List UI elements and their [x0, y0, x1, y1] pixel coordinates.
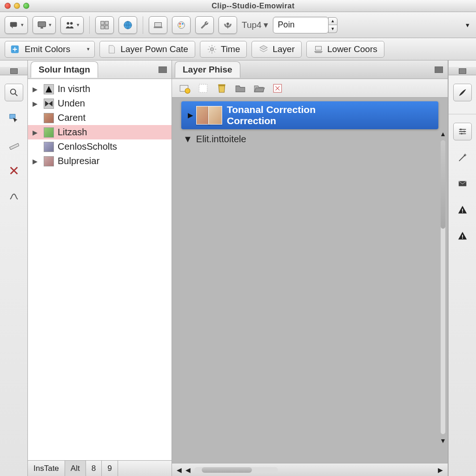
tree-node-selected[interactable]: ▶Litzash — [28, 125, 172, 139]
mail-tool[interactable] — [453, 175, 472, 192]
time-label: Time — [221, 44, 240, 54]
close-icon[interactable] — [5, 3, 11, 9]
disclosure-icon[interactable]: ▶ — [33, 129, 40, 136]
tup-dropdown[interactable]: Tup4▾ — [242, 20, 268, 30]
tree-node[interactable]: ▶Bulpresiar — [28, 154, 172, 168]
people-icon — [65, 20, 75, 30]
tup-label: Tup4 — [242, 20, 262, 30]
tool-palette-button[interactable] — [172, 16, 191, 34]
sliders-tool[interactable] — [453, 123, 472, 140]
svg-rect-33 — [462, 212, 463, 213]
bottom-tab[interactable]: 9 — [102, 461, 118, 476]
horizontal-scrollbar[interactable]: ◀ ◀ ▶ — [172, 463, 448, 476]
layer-phise-tab[interactable]: Layer Phise — [175, 61, 240, 78]
cross-tool[interactable] — [5, 162, 23, 179]
toolbar-overflow-icon[interactable]: ▾ — [466, 21, 469, 29]
tool-globe-button[interactable] — [119, 16, 137, 34]
solur-tab[interactable]: Solur Intagn — [31, 61, 98, 78]
tree-node[interactable]: ▶Unden — [28, 96, 172, 111]
dock-indicator-icon — [459, 68, 466, 74]
scroll-track[interactable] — [441, 140, 445, 434]
layer-panel: Layer Phise ▶ Tonanal Correction Correct… — [172, 60, 448, 476]
vertical-scrollbar[interactable]: ▲ ▼ — [439, 130, 447, 444]
ruler-icon — [9, 139, 19, 150]
panel-menu-icon[interactable] — [159, 66, 167, 73]
tool-chat-button[interactable]: ▾ — [5, 16, 28, 34]
scroll-left2-icon[interactable]: ◀ — [185, 466, 191, 474]
new-layer-button[interactable] — [178, 83, 191, 94]
magnify-tool[interactable] — [5, 84, 23, 101]
svg-rect-35 — [462, 238, 463, 239]
time-tab[interactable]: Time — [200, 41, 247, 58]
warning-icon — [457, 205, 468, 215]
tree-node[interactable]: ▶In visrth — [28, 82, 172, 96]
tool-device-button[interactable] — [149, 16, 167, 34]
right-tool-strip — [448, 60, 476, 476]
step-up-icon[interactable]: ▲ — [328, 17, 337, 25]
svg-rect-21 — [9, 114, 15, 119]
brush-tool[interactable] — [453, 84, 472, 101]
wand-tool[interactable] — [453, 149, 472, 166]
lower-coors-tab[interactable]: Lower Coors — [306, 41, 384, 58]
folder-button[interactable] — [234, 83, 246, 94]
bottom-tab[interactable]: 8 — [86, 461, 102, 476]
bottom-tab[interactable]: InsTate — [28, 461, 65, 476]
fx-button[interactable] — [271, 83, 284, 94]
point-input[interactable]: Poin — [273, 17, 329, 33]
solur-panel-header: Solur Intagn — [28, 60, 172, 79]
monitor-icon — [37, 20, 47, 30]
step-down-icon[interactable]: ▼ — [328, 25, 337, 33]
scroll-down-icon[interactable]: ▼ — [440, 437, 446, 444]
warning-tool[interactable] — [453, 201, 472, 218]
point-stepper[interactable]: ▲▼ — [328, 17, 337, 33]
hscroll-thumb[interactable] — [202, 467, 252, 473]
hscroll-track[interactable] — [194, 467, 278, 473]
layer-icon — [258, 44, 269, 54]
thumb-icon — [44, 156, 54, 166]
svg-point-24 — [185, 88, 190, 93]
toolbar-primary: ▾ ▾ ▾ Tup4▾ Poin ▲▼ ▾ — [0, 12, 476, 38]
disclosure-open-icon[interactable]: ▼ — [183, 134, 192, 145]
tool-grid-button[interactable] — [95, 16, 114, 34]
tool-display-button[interactable]: ▾ — [33, 16, 56, 34]
layer-group-row[interactable]: ▼ Elit.inttoitele — [172, 129, 448, 149]
disclosure-icon[interactable]: ▶ — [33, 100, 40, 107]
tree-label: Bulpresiar — [58, 156, 99, 166]
ruler-tool[interactable] — [5, 136, 23, 153]
scroll-right-icon[interactable]: ▶ — [438, 466, 443, 474]
delete-layer-button[interactable] — [216, 83, 228, 94]
traffic-lights — [5, 3, 29, 9]
scroll-left-icon[interactable]: ◀ — [177, 466, 182, 474]
thumb-icon — [44, 127, 54, 138]
tree-node[interactable]: CenlosScholts — [28, 139, 172, 154]
svg-rect-11 — [154, 26, 162, 28]
layer-tab[interactable]: Layer — [251, 41, 302, 58]
tree-node[interactable]: Carent — [28, 111, 172, 125]
folder-open-button[interactable] — [253, 83, 265, 94]
scroll-up-icon[interactable]: ▲ — [440, 130, 446, 138]
laptop-icon — [313, 44, 324, 54]
bottom-tab[interactable]: Alt — [65, 461, 86, 476]
tool-wrench-button[interactable] — [195, 16, 214, 34]
tool-mic-button[interactable] — [218, 16, 237, 34]
warning2-tool[interactable] — [453, 227, 472, 245]
disclosure-icon[interactable]: ▶ — [33, 86, 40, 93]
minimize-icon[interactable] — [14, 3, 20, 9]
layer-row-selected[interactable]: ▶ Tonanal Correction Correction — [181, 101, 438, 129]
zoom-icon[interactable] — [23, 3, 29, 9]
svg-rect-26 — [218, 84, 225, 86]
layer-pown-tab[interactable]: Layer Pown Cate — [99, 41, 195, 58]
layer-name: Tonanal Correction Correction — [227, 104, 316, 126]
svg-point-20 — [10, 89, 15, 94]
pointer-tool[interactable] — [5, 110, 23, 127]
scroll-thumb[interactable] — [441, 140, 445, 229]
window-title: Clip--Studio-Emowirat — [35, 2, 471, 10]
emit-colors-dropdown[interactable]: Emit Colors ▾ — [5, 41, 95, 58]
panel-menu-icon[interactable] — [435, 66, 443, 73]
svg-rect-5 — [101, 21, 104, 24]
disclosure-icon[interactable]: ▶ — [188, 111, 193, 119]
disclosure-icon[interactable]: ▶ — [33, 158, 40, 165]
tool-people-button[interactable]: ▾ — [60, 16, 84, 34]
curve-tool[interactable] — [5, 188, 23, 205]
blank-layer-button[interactable] — [197, 83, 209, 94]
